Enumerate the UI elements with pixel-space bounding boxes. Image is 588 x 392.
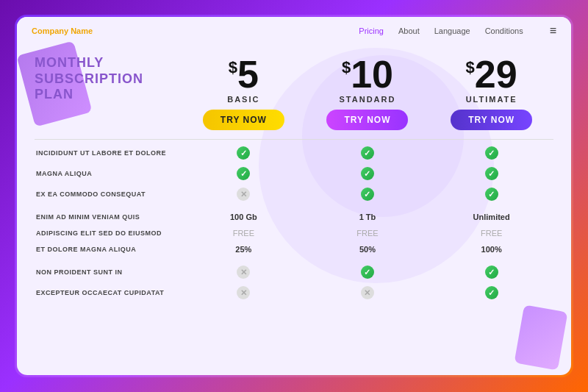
check-icon: ✓ — [485, 266, 498, 279]
title-line3: PLAN — [35, 87, 182, 103]
nav-logo: Company Name — [32, 26, 359, 35]
nav: Company Name Pricing About Language Cond… — [17, 17, 571, 45]
check-icon: ✓ — [485, 188, 498, 201]
title-line2: SUBSCRIPTION — [35, 71, 182, 88]
feature2-ultimate-value-1: FREE — [481, 229, 502, 238]
feature2-ultimate-0: Unlimited — [429, 209, 553, 225]
hamburger-icon[interactable]: ≡ — [550, 24, 556, 38]
feature3-label-1: EXCEPTEUR OCCAECAT CUPIDATAT — [35, 282, 182, 303]
feature-standard-2: ✓ — [306, 184, 430, 204]
feature-ultimate-0: ✓ — [429, 143, 553, 163]
feature2-basic-0: 100 Gb — [182, 209, 306, 225]
check-icon: ✓ — [485, 286, 498, 299]
plan-basic-header: $ 5 BASIC TRY NOW — [182, 52, 306, 136]
basic-price-row: $ 5 — [229, 55, 259, 93]
cross-icon: ✕ — [361, 286, 374, 299]
standard-plan-name: STANDARD — [340, 95, 396, 104]
main-content: MONTHLY SUBSCRIPTION PLAN $ 5 BASIC TRY … — [17, 45, 571, 375]
title-line1: MONTHLY — [35, 55, 182, 71]
feature3-ultimate-1: ✓ — [429, 282, 553, 303]
feature2-basic-value-0: 100 Gb — [230, 213, 257, 221]
plan-ultimate-header: $ 29 Ultimate TRY NOW — [429, 52, 553, 136]
divider-1 — [35, 139, 553, 140]
feature2-ultimate-value-2: 100% — [481, 245, 502, 254]
feature2-label-0: ENIM AD MINIM VENIAM QUIS — [35, 209, 182, 225]
feature3-basic-0: ✕ — [182, 262, 306, 282]
feature3-label-0: NON PROIDENT SUNT IN — [35, 262, 182, 282]
cross-icon: ✕ — [237, 286, 250, 299]
feature2-standard-value-2: 50% — [359, 245, 376, 254]
feature-basic-2: ✕ — [182, 184, 306, 204]
feature-ultimate-2: ✓ — [429, 184, 553, 204]
feature2-standard-1: FREE — [306, 225, 430, 241]
feature2-basic-2: 25% — [182, 241, 306, 257]
feature-basic-1: ✓ — [182, 163, 306, 184]
feature2-label-2: ET DOLORE MAGNA ALIQUA — [35, 241, 182, 257]
nav-links: Pricing About Language Conditions ≡ — [359, 24, 556, 38]
feature2-basic-1: FREE — [182, 225, 306, 241]
feature-standard-1: ✓ — [306, 163, 430, 184]
nav-link-language[interactable]: Language — [434, 26, 470, 35]
check-icon: ✓ — [237, 167, 250, 180]
pricing-table: MONTHLY SUBSCRIPTION PLAN $ 5 BASIC TRY … — [35, 52, 553, 303]
feature-basic-0: ✓ — [182, 143, 306, 163]
feature3-ultimate-0: ✓ — [429, 262, 553, 282]
feature-label-2: EX EA COMMODO CONSEQUAT — [35, 184, 182, 204]
feature3-standard-0: ✓ — [306, 262, 430, 282]
feature2-standard-2: 50% — [306, 241, 430, 257]
feature2-ultimate-value-0: Unlimited — [473, 213, 510, 221]
cross-icon: ✕ — [237, 266, 250, 279]
check-icon: ✓ — [361, 167, 374, 180]
inner-card: Company Name Pricing About Language Cond… — [17, 17, 571, 375]
feature2-standard-value-0: 1 Tb — [359, 213, 376, 221]
check-icon: ✓ — [361, 188, 374, 201]
feature2-basic-value-2: 25% — [235, 245, 251, 254]
standard-price-row: $ 10 — [342, 55, 393, 93]
feature-ultimate-1: ✓ — [429, 163, 553, 184]
ultimate-plan-name: Ultimate — [466, 95, 517, 104]
feature2-basic-value-1: FREE — [233, 229, 254, 238]
section-title: MONTHLY SUBSCRIPTION PLAN — [35, 52, 182, 136]
plan-standard-header: $ 10 STANDARD TRY NOW — [306, 52, 430, 136]
standard-price: 10 — [351, 55, 393, 93]
check-icon: ✓ — [237, 146, 250, 160]
feature-standard-0: ✓ — [306, 143, 430, 163]
feature2-label-1: ADIPISCING ELIT SED DO EIUSMOD — [35, 225, 182, 241]
feature3-basic-1: ✕ — [182, 282, 306, 303]
feature2-ultimate-2: 100% — [429, 241, 553, 257]
cross-icon: ✕ — [237, 188, 250, 201]
basic-currency: $ — [229, 60, 237, 76]
feature-label-1: MAGNA ALIQUA — [35, 163, 182, 184]
check-icon: ✓ — [361, 146, 374, 160]
nav-link-about[interactable]: About — [398, 26, 420, 35]
basic-try-now-button[interactable]: TRY NOW — [203, 110, 284, 130]
standard-try-now-button[interactable]: TRY NOW — [326, 110, 408, 130]
basic-plan-name: BASIC — [227, 95, 259, 104]
feature2-standard-0: 1 Tb — [306, 209, 430, 225]
basic-price: 5 — [237, 55, 259, 93]
feature-label-0: INCIDIDUNT UT LABORE ET DOLORE — [35, 143, 182, 163]
check-icon: ✓ — [485, 146, 498, 160]
nav-link-pricing[interactable]: Pricing — [359, 26, 384, 35]
ultimate-currency: $ — [466, 60, 475, 76]
nav-link-conditions[interactable]: Conditions — [485, 26, 523, 35]
feature2-standard-value-1: FREE — [356, 229, 378, 238]
check-icon: ✓ — [361, 266, 374, 279]
standard-currency: $ — [342, 60, 351, 76]
outer-wrapper: Company Name Pricing About Language Cond… — [15, 15, 573, 377]
feature2-ultimate-1: FREE — [429, 225, 553, 241]
feature3-standard-1: ✕ — [306, 282, 430, 303]
ultimate-try-now-button[interactable]: TRY NOW — [451, 110, 532, 130]
ultimate-price: 29 — [475, 55, 517, 93]
ultimate-price-row: $ 29 — [466, 55, 517, 93]
check-icon: ✓ — [485, 167, 498, 180]
